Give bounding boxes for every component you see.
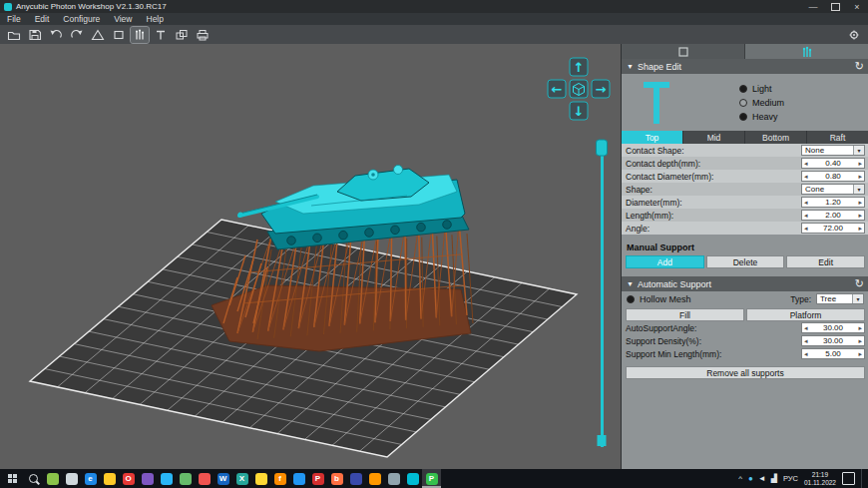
spinner-increment-icon[interactable]: ▸ [858, 225, 862, 232]
dropdown-arrow-icon[interactable]: ▾ [852, 294, 863, 303]
taskbar-app-photoshop-icon[interactable]: P [308, 469, 327, 488]
maximize-button[interactable] [824, 0, 846, 13]
taskbar-app-photos-icon[interactable] [62, 469, 81, 488]
spinner-increment-icon[interactable]: ▸ [858, 173, 862, 180]
taskbar-app-discord-icon[interactable] [138, 469, 157, 488]
model-info-icon[interactable] [89, 27, 107, 43]
taskbar-app-excel-icon[interactable]: X [232, 469, 251, 488]
subtab-raft[interactable]: Raft [807, 131, 868, 144]
spinner-increment-icon[interactable]: ▸ [858, 160, 862, 167]
taskbar-app-vlc-icon[interactable] [365, 469, 384, 488]
taskbar-app-youtube-icon[interactable] [195, 469, 214, 488]
taskbar-clock[interactable]: 21:19 01.11.2022 [804, 471, 836, 487]
taskbar-app-edge-icon[interactable]: e [81, 469, 100, 488]
spinner-angle[interactable]: ◂72.00▸ [801, 223, 865, 234]
edit-button[interactable]: Edit [786, 255, 865, 268]
view-gizmo[interactable]: ↑←→↓ [548, 58, 610, 120]
select-shape[interactable]: Cone▾ [801, 184, 865, 195]
platform-button[interactable]: Platform [746, 308, 865, 321]
taskbar-app-telegram-icon[interactable] [157, 469, 176, 488]
spinner-increment-icon[interactable]: ▸ [858, 337, 862, 344]
start-button[interactable] [0, 469, 24, 488]
taskbar-app-opera-icon[interactable]: O [119, 469, 138, 488]
subtab-bottom[interactable]: Bottom [745, 131, 807, 144]
refresh-icon[interactable]: ↻ [855, 60, 864, 73]
taskbar-app-cura-icon[interactable] [403, 469, 422, 488]
menu-item-file[interactable]: File [0, 14, 28, 24]
type-select[interactable]: Tree ▾ [816, 293, 864, 304]
taskbar-app-blender-icon[interactable]: b [327, 469, 346, 488]
spinner-diameter-mm[interactable]: ◂1.20▸ [801, 197, 865, 208]
taskbar-app-chrome-icon[interactable] [289, 469, 308, 488]
close-button[interactable]: × [846, 0, 868, 13]
support-tool-icon[interactable] [131, 27, 149, 43]
taskbar-app-word-icon[interactable]: W [214, 469, 232, 488]
tray-network-icon[interactable]: ▟ [771, 474, 777, 483]
action-center-icon[interactable] [842, 472, 855, 485]
menu-item-edit[interactable]: Edit [28, 14, 57, 24]
viewport-3d[interactable]: ↑←→↓ [0, 44, 621, 469]
taskbar-app-notepad-icon[interactable] [384, 469, 403, 488]
taskbar-app-folder-icon[interactable] [251, 469, 270, 488]
viewport[interactable]: ↑←→↓ [0, 44, 621, 469]
spinner-contact-depth-mm[interactable]: ◂0.40▸ [801, 158, 865, 169]
taskbar-app-photon-workshop-icon[interactable]: P [422, 469, 441, 488]
layer-slider-handle[interactable] [597, 140, 608, 156]
tray-volume-icon[interactable]: ◄ [758, 474, 766, 483]
dropdown-arrow-icon[interactable]: ▾ [853, 185, 864, 194]
spinner-increment-icon[interactable]: ▸ [858, 324, 862, 331]
spinner-increment-icon[interactable]: ▸ [858, 212, 862, 219]
collapse-icon[interactable]: ▼ [627, 280, 634, 287]
spinner-contact-diameter-mm[interactable]: ◂0.80▸ [801, 171, 865, 182]
spinner-increment-icon[interactable]: ▸ [858, 350, 862, 357]
taskbar-search-icon[interactable] [24, 469, 43, 488]
subtab-mid[interactable]: Mid [683, 131, 745, 144]
dropdown-arrow-icon[interactable]: ▾ [853, 146, 864, 155]
select-contact-shape[interactable]: None▾ [801, 145, 865, 156]
tab-model[interactable] [622, 44, 745, 59]
menu-item-configure[interactable]: Configure [56, 14, 107, 24]
taskbar-app-whatsapp-icon[interactable] [176, 469, 195, 488]
clone-tool-icon[interactable] [173, 27, 191, 43]
language-indicator[interactable]: РУС [783, 474, 798, 483]
auto-support-section-header[interactable]: ▼ Automatic Support ↻ [622, 276, 868, 291]
tray-chevron-icon[interactable]: ^ [738, 474, 742, 483]
spinner-autosupportangle[interactable]: ◂30.00▸ [801, 322, 865, 333]
fill-button[interactable]: Fill [626, 308, 744, 321]
shape-edit-section-header[interactable]: ▼ Shape Edit ↻ [622, 59, 868, 74]
remove-all-supports-button[interactable]: Remove all supports [626, 366, 865, 379]
radio-light[interactable]: Light [739, 84, 784, 94]
menu-item-view[interactable]: View [107, 14, 139, 24]
radio-hollow-mesh[interactable] [627, 295, 635, 303]
move-tool-icon[interactable] [110, 27, 128, 43]
collapse-icon[interactable]: ▼ [627, 63, 634, 70]
taskbar-app-firefox-icon[interactable]: f [270, 469, 289, 488]
delete-button[interactable]: Delete [706, 255, 785, 268]
taskbar-app-explorer-icon[interactable] [100, 469, 119, 488]
tab-support[interactable] [745, 44, 868, 59]
layer-slider[interactable] [597, 140, 608, 447]
minimize-button[interactable]: — [802, 0, 824, 13]
save-icon[interactable] [26, 27, 44, 43]
settings-icon[interactable] [845, 27, 863, 43]
redo-icon[interactable] [68, 27, 86, 43]
spinner-length-mm[interactable]: ◂2.00▸ [801, 210, 865, 221]
layer-slider-bottom[interactable] [598, 435, 607, 446]
radio-medium[interactable]: Medium [739, 98, 784, 108]
refresh-icon[interactable]: ↻ [855, 277, 864, 290]
tray-app-icon[interactable]: ● [748, 474, 753, 483]
show-desktop-button[interactable] [861, 469, 866, 488]
slice-machine-icon[interactable] [194, 27, 212, 43]
subtab-top[interactable]: Top [622, 131, 683, 144]
spinner-support-density[interactable]: ◂30.00▸ [801, 335, 865, 346]
open-file-icon[interactable] [5, 27, 23, 43]
spinner-support-min-length-mm[interactable]: ◂5.00▸ [801, 348, 865, 359]
text-tool-icon[interactable] [152, 27, 170, 43]
radio-heavy[interactable]: Heavy [739, 112, 784, 122]
spinner-increment-icon[interactable]: ▸ [858, 199, 862, 206]
taskbar-app-steam-icon[interactable] [346, 469, 365, 488]
add-button[interactable]: Add [626, 255, 704, 268]
model-tank[interactable] [238, 166, 470, 250]
taskbar-app-settings-icon[interactable] [43, 469, 62, 488]
menu-item-help[interactable]: Help [140, 14, 171, 24]
